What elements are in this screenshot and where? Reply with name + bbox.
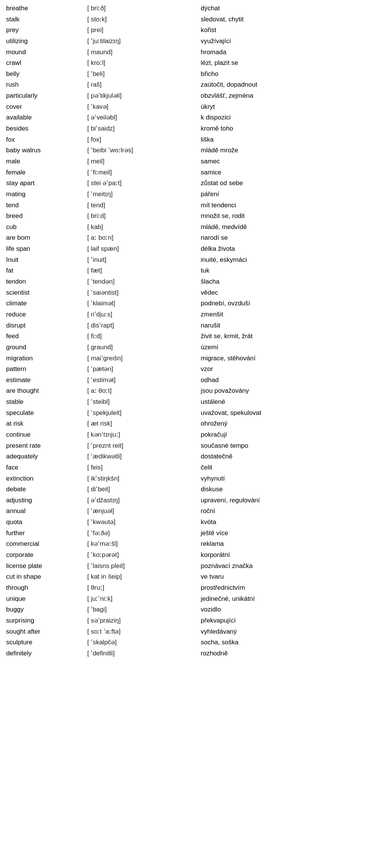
- translation-cell: narušit: [199, 320, 361, 331]
- phonetic-cell: [ səˈpraiziŋ]: [86, 615, 199, 626]
- translation-cell: migrace, stěhování: [199, 353, 361, 364]
- word-cell: further: [5, 528, 86, 539]
- translation-cell: mládě mrože: [199, 145, 361, 156]
- word-cell: are born: [5, 232, 86, 244]
- translation-cell: šlacha: [199, 276, 361, 287]
- word-cell: license plate: [5, 561, 86, 572]
- word-cell: tendon: [5, 276, 86, 287]
- phonetic-cell: [ əˈveiləbl]: [86, 112, 199, 123]
- table-row: breed[ briːd]množit se, rodit: [5, 211, 361, 222]
- translation-cell: uvažovat, spekulovat: [199, 408, 361, 419]
- table-row: rush[ raš]zaútočit, dopadnout: [5, 79, 361, 90]
- table-row: utilizing[ ˈjuːtilaizɪŋ]využívající: [5, 36, 361, 47]
- word-cell: particularly: [5, 90, 86, 102]
- phonetic-cell: [ maund]: [86, 47, 199, 58]
- word-cell: sculpture: [5, 637, 86, 648]
- translation-cell: zaútočit, dopadnout: [199, 79, 361, 90]
- phonetic-cell: [ ˈænjuəl]: [86, 506, 199, 517]
- phonetic-cell: [ biˈsaidz]: [86, 123, 199, 134]
- word-cell: annual: [5, 506, 86, 517]
- translation-cell: obzvlášť, zejména: [199, 90, 361, 102]
- table-row: adequately[ ˈædikwətli]dostatečně: [5, 451, 361, 462]
- phonetic-cell: [ fiːd]: [86, 331, 199, 342]
- translation-cell: hromada: [199, 47, 361, 58]
- table-row: pattern[ ˈpætən]vzor: [5, 364, 361, 375]
- translation-cell: samice: [199, 167, 361, 178]
- table-row: reduce[ riˈdjuːs]zmenšit: [5, 309, 361, 320]
- phonetic-cell: [ disˈrapt]: [86, 320, 199, 331]
- word-cell: Inuit: [5, 255, 86, 266]
- phonetic-cell: [ θruː]: [86, 582, 199, 594]
- table-row: Inuit[ ˈinuit]inuité, eskymáci: [5, 255, 361, 266]
- phonetic-cell: [ briːð]: [86, 3, 199, 14]
- phonetic-cell: [ graund]: [86, 342, 199, 353]
- word-cell: ground: [5, 342, 86, 353]
- translation-cell: podnebí, ovzduší: [199, 298, 361, 309]
- translation-cell: odhad: [199, 375, 361, 386]
- word-cell: adequately: [5, 451, 86, 462]
- phonetic-cell: [ ˈbagi]: [86, 604, 199, 615]
- table-row: feed[ fiːd]živit se, krmit, žrát: [5, 331, 361, 342]
- word-cell: stay apart: [5, 178, 86, 189]
- word-cell: estimate: [5, 375, 86, 386]
- translation-cell: kromě toho: [199, 123, 361, 134]
- table-row: stay apart[ stei əˈpaːt]zůstat od sebe: [5, 178, 361, 189]
- table-row: corporate[ ˈkoːpərət]korporátní: [5, 550, 361, 561]
- phonetic-cell: [ aː θoːt]: [86, 386, 199, 397]
- table-row: migration[ maiˈgreišn]migrace, stěhování: [5, 353, 361, 364]
- translation-cell: dýchat: [199, 3, 361, 14]
- phonetic-cell: [ ˈdefinitli]: [86, 648, 199, 659]
- translation-cell: živit se, krmit, žrát: [199, 331, 361, 342]
- phonetic-cell: [ ˈfiːmeil]: [86, 167, 199, 178]
- word-cell: crawl: [5, 58, 86, 69]
- word-cell: feed: [5, 331, 86, 342]
- table-row: annual[ ˈænjuəl]roční: [5, 506, 361, 517]
- word-cell: fox: [5, 134, 86, 145]
- word-cell: tend: [5, 200, 86, 211]
- phonetic-cell: [ ˈinuit]: [86, 255, 199, 266]
- translation-cell: vědec: [199, 287, 361, 298]
- phonetic-cell: [ ˈkoːpərət]: [86, 550, 199, 561]
- table-row: ground[ graund]území: [5, 342, 361, 353]
- table-row: further[ ˈfəːðə]ještě více: [5, 528, 361, 539]
- translation-cell: rozhodně: [199, 648, 361, 659]
- translation-cell: socha, soška: [199, 637, 361, 648]
- table-row: speculate[ ˈspekjuleit]uvažovat, spekulo…: [5, 408, 361, 419]
- table-row: available[ əˈveiləbl]k dispozici: [5, 112, 361, 123]
- translation-cell: narodí se: [199, 232, 361, 244]
- translation-cell: břicho: [199, 69, 361, 80]
- phonetic-cell: [ raš]: [86, 79, 199, 90]
- translation-cell: diskuse: [199, 484, 361, 495]
- word-cell: utilizing: [5, 36, 86, 47]
- phonetic-cell: [ fæt]: [86, 265, 199, 276]
- table-row: face[ feis]čelit: [5, 462, 361, 473]
- phonetic-cell: [ ˈpætən]: [86, 364, 199, 375]
- table-row: baby walrus[ ˈbeibi ˈwoːlrəs]mládě mrože: [5, 145, 361, 156]
- translation-cell: k dispozici: [199, 112, 361, 123]
- phonetic-cell: [ pəˈtikjuləli]: [86, 90, 199, 102]
- table-row: climate[ ˈklaimət]podnebí, ovzduší: [5, 298, 361, 309]
- phonetic-cell: [ ˈskalpčə]: [86, 637, 199, 648]
- table-row: surprising[ səˈpraiziŋ]překvapující: [5, 615, 361, 626]
- word-cell: at risk: [5, 418, 86, 429]
- translation-cell: jsou považovány: [199, 386, 361, 397]
- table-row: mound[ maund]hromada: [5, 47, 361, 58]
- translation-cell: inuité, eskymáci: [199, 255, 361, 266]
- phonetic-cell: [ ˈmeitɪŋ]: [86, 189, 199, 200]
- phonetic-cell: [ meil]: [86, 156, 199, 167]
- phonetic-cell: [ laif spæn]: [86, 244, 199, 255]
- table-row: extinction[ ikˈstiŋkšn]vyhynutí: [5, 473, 361, 484]
- word-cell: commercial: [5, 539, 86, 550]
- word-cell: breathe: [5, 3, 86, 14]
- word-cell: stalk: [5, 14, 86, 25]
- word-cell: cover: [5, 102, 86, 113]
- word-cell: surprising: [5, 615, 86, 626]
- word-cell: fat: [5, 265, 86, 276]
- phonetic-cell: [ ˈfəːðə]: [86, 528, 199, 539]
- translation-cell: roční: [199, 506, 361, 517]
- word-cell: male: [5, 156, 86, 167]
- table-row: estimate[ ˈestimət]odhad: [5, 375, 361, 386]
- phonetic-cell: [ riˈdjuːs]: [86, 309, 199, 320]
- translation-cell: mít tendenci: [199, 200, 361, 211]
- translation-cell: současné tempo: [199, 440, 361, 452]
